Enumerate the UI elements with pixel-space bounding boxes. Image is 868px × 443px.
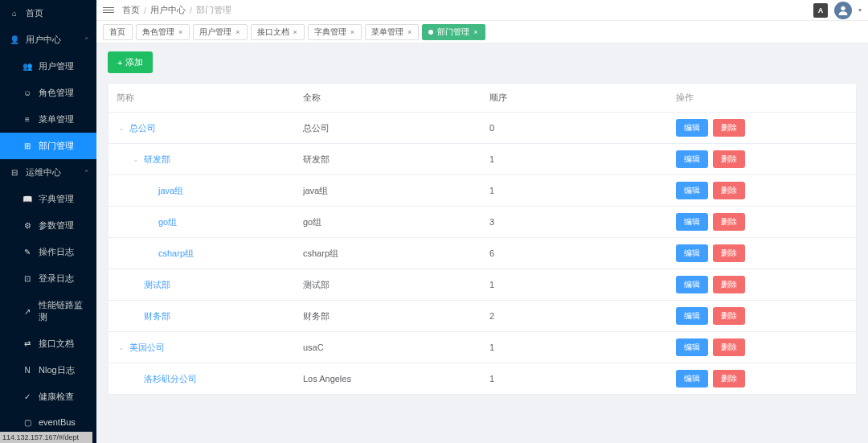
edit-button[interactable]: 编辑 bbox=[676, 307, 708, 325]
sidebar-item-10[interactable]: ⊡登录日志 bbox=[0, 265, 96, 292]
cell-full: 总公司 bbox=[295, 116, 481, 141]
delete-button[interactable]: 删除 bbox=[713, 119, 745, 137]
dept-name-link[interactable]: 研发部 bbox=[144, 154, 170, 166]
sidebar-label: 操作日志 bbox=[39, 246, 74, 258]
sidebar-item-6[interactable]: ⊟运维中心⌃ bbox=[0, 159, 96, 186]
close-icon[interactable]: × bbox=[350, 28, 354, 36]
delete-button[interactable]: 删除 bbox=[713, 307, 745, 325]
sidebar-icon: ⊡ bbox=[23, 274, 32, 284]
lang-switch[interactable]: A bbox=[813, 3, 828, 18]
cell-ops: 编辑 删除 bbox=[668, 363, 856, 394]
tab-1[interactable]: 角色管理× bbox=[136, 24, 190, 40]
close-icon[interactable]: × bbox=[178, 28, 182, 36]
sidebar-item-3[interactable]: ☺角色管理 bbox=[0, 80, 96, 106]
edit-button[interactable]: 编辑 bbox=[676, 338, 708, 356]
breadcrumb-sep: / bbox=[144, 6, 146, 15]
cell-order: 1 bbox=[481, 273, 668, 296]
cell-order: 0 bbox=[481, 117, 668, 139]
delete-button[interactable]: 删除 bbox=[713, 244, 745, 262]
sidebar-item-5[interactable]: ⊞部门管理 bbox=[0, 133, 96, 159]
dept-name-link[interactable]: java组 bbox=[158, 185, 183, 197]
close-icon[interactable]: × bbox=[407, 28, 411, 36]
edit-button[interactable]: 编辑 bbox=[676, 119, 708, 137]
active-dot-icon bbox=[428, 30, 433, 35]
header: 首页 / 用户中心 / 部门管理 A ▾ bbox=[96, 0, 868, 21]
table-row: ⌄ 总公司 总公司 0 编辑 删除 bbox=[108, 113, 856, 144]
tab-3[interactable]: 接口文档× bbox=[251, 24, 305, 40]
expand-icon bbox=[145, 217, 155, 227]
dept-name-link[interactable]: go组 bbox=[158, 216, 177, 228]
cell-order: 6 bbox=[481, 242, 668, 265]
sidebar-label: 菜单管理 bbox=[39, 113, 74, 125]
delete-button[interactable]: 删除 bbox=[713, 213, 745, 231]
dept-name-link[interactable]: 财务部 bbox=[144, 310, 170, 322]
expand-icon[interactable]: ⌄ bbox=[117, 123, 126, 133]
sidebar-icon: 👥 bbox=[23, 62, 32, 72]
sidebar-item-15[interactable]: ▢eventBus bbox=[0, 410, 96, 434]
delete-button[interactable]: 删除 bbox=[713, 338, 745, 356]
tab-5[interactable]: 菜单管理× bbox=[365, 24, 419, 40]
sidebar-item-1[interactable]: 👤用户中心⌃ bbox=[0, 27, 96, 53]
expand-icon[interactable]: ⌄ bbox=[117, 343, 126, 352]
tab-2[interactable]: 用户管理× bbox=[193, 24, 247, 40]
delete-button[interactable]: 删除 bbox=[713, 370, 745, 388]
cell-order: 1 bbox=[481, 336, 668, 359]
edit-button[interactable]: 编辑 bbox=[676, 150, 708, 168]
edit-button[interactable]: 编辑 bbox=[676, 370, 708, 388]
chevron-up-icon: ⌃ bbox=[84, 36, 90, 44]
sidebar-item-7[interactable]: 📖字典管理 bbox=[0, 186, 96, 212]
tab-label: 用户管理 bbox=[199, 27, 231, 38]
sidebar-item-2[interactable]: 👥用户管理 bbox=[0, 53, 96, 80]
col-header-name: 简称 bbox=[108, 85, 295, 110]
cell-ops: 编辑 删除 bbox=[668, 238, 856, 269]
close-icon[interactable]: × bbox=[473, 28, 477, 36]
cell-ops: 编辑 删除 bbox=[668, 144, 856, 174]
sidebar-item-9[interactable]: ✎操作日志 bbox=[0, 239, 96, 265]
sidebar-label: 性能链路监测 bbox=[39, 299, 90, 323]
cell-full: csharp组 bbox=[295, 241, 481, 266]
menu-toggle-icon[interactable] bbox=[103, 5, 114, 16]
sidebar-item-12[interactable]: ⇄接口文档 bbox=[0, 330, 96, 357]
user-menu-caret-icon[interactable]: ▾ bbox=[858, 6, 862, 14]
sidebar-icon: 📖 bbox=[23, 195, 32, 204]
avatar[interactable] bbox=[834, 2, 852, 19]
delete-button[interactable]: 删除 bbox=[713, 150, 745, 168]
dept-name-link[interactable]: 总公司 bbox=[129, 122, 156, 134]
breadcrumb-home[interactable]: 首页 bbox=[122, 4, 140, 16]
expand-icon[interactable]: ⌄ bbox=[131, 154, 141, 164]
edit-button[interactable]: 编辑 bbox=[676, 276, 708, 293]
add-button[interactable]: + 添加 bbox=[108, 51, 153, 73]
sidebar-item-8[interactable]: ⚙参数管理 bbox=[0, 212, 96, 239]
close-icon[interactable]: × bbox=[293, 28, 297, 36]
sidebar-icon: ⚙ bbox=[23, 221, 32, 231]
close-icon[interactable]: × bbox=[235, 28, 240, 36]
table-row: 洛杉矶分公司 Los Angeles 1 编辑 删除 bbox=[108, 363, 856, 394]
sidebar-item-0[interactable]: ⌂首页 bbox=[0, 0, 96, 27]
sidebar-item-4[interactable]: ≡菜单管理 bbox=[0, 106, 96, 133]
sidebar-label: Nlog日志 bbox=[39, 364, 75, 376]
delete-button[interactable]: 删除 bbox=[713, 276, 745, 293]
edit-button[interactable]: 编辑 bbox=[676, 182, 708, 199]
sidebar-item-14[interactable]: ✓健康检查 bbox=[0, 384, 96, 410]
table-row: 财务部 财务部 2 编辑 删除 bbox=[108, 301, 856, 332]
dept-name-link[interactable]: 洛杉矶分公司 bbox=[144, 373, 197, 385]
cell-order: 3 bbox=[481, 211, 668, 233]
breadcrumb-1[interactable]: 用户中心 bbox=[150, 4, 186, 16]
dept-name-link[interactable]: csharp组 bbox=[158, 248, 194, 260]
tab-4[interactable]: 字典管理× bbox=[308, 24, 362, 40]
tabbar: 首页角色管理×用户管理×接口文档×字典管理×菜单管理×部门管理× bbox=[96, 21, 868, 43]
sidebar-label: 部门管理 bbox=[39, 140, 74, 152]
sidebar-item-13[interactable]: NNlog日志 bbox=[0, 357, 96, 384]
sidebar-item-11[interactable]: ↗性能链路监测 bbox=[0, 292, 96, 330]
edit-button[interactable]: 编辑 bbox=[676, 213, 708, 231]
dept-name-link[interactable]: 美国公司 bbox=[129, 342, 165, 354]
tab-6[interactable]: 部门管理× bbox=[422, 24, 485, 40]
delete-button[interactable]: 删除 bbox=[713, 182, 745, 199]
dept-name-link[interactable]: 测试部 bbox=[144, 279, 170, 291]
cell-order: 1 bbox=[481, 179, 668, 202]
cell-name: 洛杉矶分公司 bbox=[108, 367, 295, 392]
tab-0[interactable]: 首页 bbox=[103, 24, 133, 40]
edit-button[interactable]: 编辑 bbox=[676, 244, 708, 262]
sidebar-icon: N bbox=[23, 366, 32, 375]
status-bar: 114.132.157.167/#/dept bbox=[0, 432, 92, 443]
